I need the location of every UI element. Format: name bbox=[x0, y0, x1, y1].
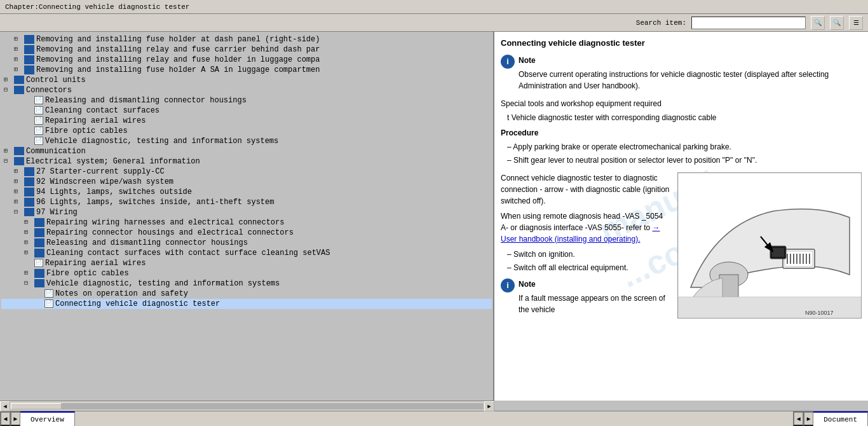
note-icon-2: i bbox=[501, 278, 515, 292]
book-icon bbox=[24, 55, 34, 64]
note-box-2: i Note If a fault message appears on the… bbox=[501, 278, 671, 318]
page-icon: 📄 bbox=[44, 289, 53, 298]
page-icon: 📄 bbox=[44, 299, 53, 308]
tab-document-label: Document bbox=[824, 416, 857, 423]
toc-label: 94 Lights, lamps, switches outside bbox=[36, 188, 192, 196]
nav-fwd-btn[interactable]: ► bbox=[10, 411, 20, 426]
expand-icon: ⊞ bbox=[14, 177, 23, 185]
note-text-2: If a fault message appears on the screen… bbox=[519, 292, 671, 315]
expand-icon: ⊞ bbox=[14, 55, 23, 63]
toc-label: 96 Lights, lamps, switches inside, anti-… bbox=[36, 198, 274, 207]
toc-label: Electrical system; General information bbox=[26, 157, 200, 166]
expand-icon: ⊞ bbox=[24, 249, 33, 256]
list-item[interactable]: ⊞ 27 Starter-current supply-CC bbox=[1, 167, 492, 177]
list-item[interactable]: ⊞ Fibre optic cables bbox=[1, 268, 492, 278]
expand-icon: ⊞ bbox=[14, 167, 23, 175]
toc-label: Releasing and dismantling connector hous… bbox=[45, 96, 247, 105]
search-label: Search item: bbox=[636, 19, 686, 27]
list-item[interactable]: ⊞ Removing and installing relay and fuse… bbox=[1, 55, 492, 65]
list-item[interactable]: ⊟ Vehicle diagnostic, testing and inform… bbox=[1, 278, 492, 289]
list-item[interactable]: ⊞ 94 Lights, lamps, switches outside bbox=[1, 187, 492, 197]
list-item[interactable]: 📄 Cleaning contact surfaces bbox=[1, 106, 492, 116]
title-text: Chapter:Connecting vehicle diagnostic te… bbox=[5, 3, 189, 11]
expand-icon: ⊞ bbox=[4, 76, 13, 83]
expand-icon: ⊞ bbox=[24, 238, 33, 246]
svg-rect-14 bbox=[772, 248, 784, 257]
scroll-right-btn[interactable]: ► bbox=[484, 401, 494, 411]
list-item[interactable]: 📄 Vehicle diagnostic, testing and inform… bbox=[1, 136, 492, 146]
note-label-2: Note bbox=[519, 278, 671, 290]
list-item[interactable]: ⊞ Cleaning contact surfaces with contact… bbox=[1, 248, 492, 258]
list-item[interactable]: ⊞ Removing and installing relay and fuse… bbox=[1, 45, 492, 55]
nav-back-btn[interactable]: ◄ bbox=[0, 411, 10, 426]
folder-icon bbox=[34, 279, 44, 287]
menu-button[interactable]: ☰ bbox=[849, 16, 863, 30]
expand-icon: ⊞ bbox=[4, 147, 13, 155]
search-button-2[interactable]: 🔍 bbox=[830, 16, 844, 30]
toc-label: Removing and installing relay and fuse c… bbox=[36, 45, 320, 54]
tab-overview[interactable]: Overview bbox=[20, 411, 75, 426]
tab-overview-label: Overview bbox=[31, 416, 64, 423]
scroll-left-btn[interactable]: ◄ bbox=[0, 401, 10, 411]
toc-label: Repairing aerial wires bbox=[45, 116, 146, 125]
nav-doc-back-btn[interactable]: ◄ bbox=[793, 411, 803, 426]
user-handbook-link[interactable]: → User handbook (installing and operatin… bbox=[501, 223, 660, 244]
toolbar: Search item: 🔍 🔍 ☰ bbox=[0, 14, 868, 32]
toc-label: 92 Windscreen wipe/wash system bbox=[36, 177, 173, 186]
list-item[interactable]: 📄 Connecting vehicle diagnostic tester bbox=[1, 299, 492, 309]
search-input[interactable] bbox=[691, 17, 806, 29]
list-item[interactable]: ⊞ Communication bbox=[1, 146, 492, 156]
status-right: ◄ ► Document bbox=[793, 411, 868, 426]
list-item[interactable]: ⊞ Repairing connector housings and elect… bbox=[1, 228, 492, 238]
page-icon: 📄 bbox=[34, 106, 43, 114]
toc-label: Notes on operation and safety bbox=[55, 289, 188, 298]
expand-icon: ⊟ bbox=[24, 279, 33, 287]
step-1: – Apply parking brake or operate electro… bbox=[501, 141, 862, 153]
tab-document[interactable]: Document bbox=[813, 411, 868, 426]
list-item[interactable]: ⊟ Electrical system; General information bbox=[1, 156, 492, 167]
list-item[interactable]: ⊞ 96 Lights, lamps, switches inside, ant… bbox=[1, 197, 492, 207]
expand-icon: ⊞ bbox=[14, 198, 23, 205]
toc-label: Repairing aerial wires bbox=[45, 259, 146, 268]
scroll-track bbox=[11, 403, 484, 409]
procedure-label: Procedure bbox=[501, 127, 862, 139]
expand-icon: ⊟ bbox=[4, 157, 13, 165]
toc-label: Vehicle diagnostic, testing and informat… bbox=[45, 137, 278, 146]
scroll-thumb[interactable] bbox=[11, 403, 62, 409]
special-tools-label: Special tools and workshop equipment req… bbox=[501, 98, 862, 109]
expand-icon: ⊞ bbox=[14, 35, 23, 43]
expand-icon: ⊞ bbox=[24, 218, 33, 226]
bottom-scroll-bar: ◄ ► bbox=[0, 401, 494, 411]
toc-label: Vehicle diagnostic, testing and informat… bbox=[46, 279, 280, 288]
list-item[interactable]: ⊞ Control units bbox=[1, 75, 492, 85]
toc-label: 27 Starter-current supply-CC bbox=[36, 167, 165, 176]
list-item[interactable]: 📄 Repairing aerial wires bbox=[1, 258, 492, 268]
book-icon bbox=[24, 65, 34, 74]
status-bar: ◄ ► Overview ◄ ► Document bbox=[0, 411, 868, 426]
folder-icon bbox=[14, 76, 24, 84]
list-item[interactable]: ⊟ Connectors bbox=[1, 85, 492, 95]
list-item[interactable]: ⊞ Removing and installing fuse holder at… bbox=[1, 34, 492, 45]
toc-label: Repairing wiring harnesses and electrica… bbox=[46, 218, 284, 227]
toc-label: Communication bbox=[26, 147, 86, 156]
folder-icon bbox=[24, 208, 34, 216]
list-item[interactable]: 📄 Notes on operation and safety bbox=[1, 289, 492, 299]
book-icon bbox=[24, 188, 34, 196]
left-panel: ⊞ Removing and installing fuse holder at… bbox=[0, 32, 494, 401]
toc-label: Fibre optic cables bbox=[46, 269, 129, 278]
nav-doc-fwd-btn[interactable]: ► bbox=[803, 411, 813, 426]
search-button-1[interactable]: 🔍 bbox=[811, 16, 825, 30]
page-icon: 📄 bbox=[34, 96, 43, 104]
list-item[interactable]: ⊞ 92 Windscreen wipe/wash system bbox=[1, 177, 492, 187]
folder-icon bbox=[14, 147, 24, 155]
expand-icon: ⊟ bbox=[14, 208, 23, 216]
list-item[interactable]: ⊞ Releasing and dismantling connector ho… bbox=[1, 238, 492, 248]
list-item[interactable]: ⊟ 97 Wiring bbox=[1, 207, 492, 217]
page-icon: 📄 bbox=[34, 127, 43, 135]
list-item[interactable]: ⊞ Repairing wiring harnesses and electri… bbox=[1, 217, 492, 228]
list-item[interactable]: 📄 Fibre optic cables bbox=[1, 126, 492, 136]
toc-content: ⊞ Removing and installing fuse holder at… bbox=[0, 32, 493, 401]
list-item[interactable]: 📄 Repairing aerial wires bbox=[1, 116, 492, 126]
list-item[interactable]: ⊞ Removing and installing fuse holder A … bbox=[1, 65, 492, 75]
list-item[interactable]: 📄 Releasing and dismantling connector ho… bbox=[1, 95, 492, 106]
